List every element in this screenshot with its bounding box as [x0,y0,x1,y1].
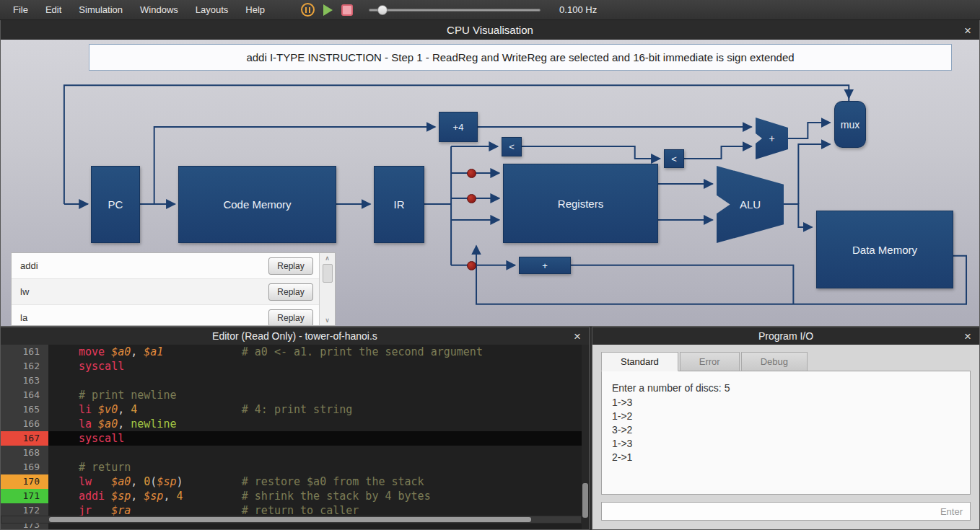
code-editor[interactable]: 161move $a0, $a1 # a0 <- a1. print the s… [1,345,589,529]
code-line: 168 [1,446,589,460]
slider-knob[interactable] [377,5,388,15]
stop-icon[interactable] [341,4,353,16]
scroll-up-icon[interactable]: ∧ [325,255,330,262]
menu-windows[interactable]: Windows [131,0,187,20]
signal-dot [467,261,476,270]
line-number[interactable]: 168 [1,446,48,460]
code-text: lw $a0, 0($sp) # restore $a0 from the st… [48,474,589,489]
editor-vertical-scrollbar[interactable] [582,345,589,529]
replay-button[interactable]: Replay [268,283,313,301]
code-text: addi $sp, $sp, 4 # shrink the stack by 4… [48,489,589,503]
code-text [48,446,589,460]
code-text: la $a0, newline [48,417,589,431]
application-window: FileEditSimulationWindowsLayoutsHelp 0.1… [0,0,980,530]
line-number[interactable]: 171 [1,489,48,503]
scroll-down-icon[interactable]: ∨ [325,317,330,324]
line-number[interactable]: 170 [1,474,48,489]
replay-list-item: laReplay [12,305,319,326]
playback-controls: 0.100 Hz [301,3,597,17]
tab-error[interactable]: Error [680,352,740,371]
code-text: # return [48,460,589,474]
code-text [48,374,589,388]
line-number[interactable]: 163 [1,374,48,388]
tab-standard[interactable]: Standard [601,352,678,371]
replay-list-scrollbar[interactable]: ∧ ∨ [319,253,335,325]
close-icon[interactable]: × [964,330,971,343]
code-line: 162syscall [1,359,589,374]
io-tabs: StandardErrorDebug [601,352,971,371]
menu-bar: FileEditSimulationWindowsLayoutsHelp 0.1… [0,0,980,20]
io-output-line: 1->3 [612,396,960,410]
instruction-replay-list: addiReplaylwReplaylaReplay ∧ ∨ [11,252,336,326]
tab-debug[interactable]: Debug [741,352,808,371]
replay-instruction-label: lw [20,286,29,297]
io-input-row: Enter [601,502,971,521]
line-number[interactable]: 164 [1,388,48,402]
menu-simulation[interactable]: Simulation [70,0,131,20]
shift-left-icon: < [664,149,684,168]
code-text: # print newline [48,388,589,402]
replay-list-item: lwReplay [12,279,319,305]
program-io-body: StandardErrorDebug Enter a number of dis… [592,345,979,529]
close-icon[interactable]: × [574,330,581,343]
line-number[interactable]: 162 [1,359,48,374]
editor-window: Editor (Read Only) - tower-of-hanoi.s × … [0,327,590,530]
io-output-line: 1->3 [612,437,960,451]
registers-box: Registers [503,164,658,243]
code-text: syscall [48,359,589,374]
cpu-datapath-canvas: addi I-TYPE INSTRUCTION - Step 1 - ReadR… [1,40,979,326]
replay-button[interactable]: Replay [268,309,313,327]
code-line: 165li $v0, 4 # 4: print string [1,402,589,417]
code-text: syscall [48,431,589,446]
io-output-line: 3->2 [612,423,960,437]
branch-adder-box: + [519,257,571,274]
enter-button[interactable]: Enter [933,506,970,517]
scrollbar-thumb[interactable] [582,483,588,518]
line-number[interactable]: 161 [1,345,48,359]
play-icon[interactable] [323,4,333,16]
program-io-titlebar[interactable]: Program I/O × [592,327,979,345]
code-memory-box: Code Memory [178,166,336,243]
code-line: 170lw $a0, 0($sp) # restore $a0 from the… [1,474,589,489]
code-text: move $a0, $a1 # a0 <- a1. print the seco… [48,345,589,359]
io-output-line: 2->1 [612,451,960,464]
mux-box: mux [834,101,866,148]
code-line: 167syscall [1,431,589,446]
code-line: 164# print newline [1,388,589,402]
code-line: 171addi $sp, $sp, 4 # shrink the stack b… [1,489,589,503]
replay-list-item: addiReplay [12,253,319,279]
io-input[interactable] [602,506,933,517]
close-icon[interactable]: × [964,24,971,36]
clock-frequency-label: 0.100 Hz [559,4,597,15]
clock-speed-slider[interactable] [369,4,541,16]
replay-instruction-label: la [20,312,27,323]
line-number[interactable]: 169 [1,460,48,474]
replay-button[interactable]: Replay [268,257,313,275]
line-number[interactable]: 167 [1,431,48,446]
menu-edit[interactable]: Edit [37,0,70,20]
line-number[interactable]: 166 [1,417,48,431]
line-number[interactable]: 165 [1,402,48,417]
scrollbar-thumb[interactable] [323,264,333,283]
pause-icon[interactable] [301,3,315,17]
cpu-window-titlebar[interactable]: CPU Visualisation × [1,20,979,40]
code-text: li $v0, 4 # 4: print string [48,402,589,417]
code-line: 161move $a0, $a1 # a0 <- a1. print the s… [1,345,589,359]
data-memory-box: Data Memory [816,211,953,288]
menu-items: FileEditSimulationWindowsLayoutsHelp [4,0,274,20]
slider-track[interactable] [369,9,541,12]
editor-lines: 161move $a0, $a1 # a0 <- a1. print the s… [1,345,589,529]
menu-file[interactable]: File [4,0,37,20]
editor-titlebar[interactable]: Editor (Read Only) - tower-of-hanoi.s × [1,327,589,345]
code-line: 163 [1,374,589,388]
program-io-title: Program I/O [758,330,813,342]
cpu-visualisation-window: CPU Visualisation × [0,20,980,327]
menu-layouts[interactable]: Layouts [187,0,237,20]
editor-horizontal-scrollbar[interactable] [1,516,582,524]
program-io-window: Program I/O × StandardErrorDebug Enter a… [592,327,980,530]
io-output-area: Enter a number of discs: 51->31->23->21-… [601,371,971,495]
scrollbar-thumb[interactable] [49,517,531,522]
io-output-line: Enter a number of discs: 5 [612,381,960,395]
menu-help[interactable]: Help [237,0,274,20]
bottom-windows: Editor (Read Only) - tower-of-hanoi.s × … [0,327,980,530]
